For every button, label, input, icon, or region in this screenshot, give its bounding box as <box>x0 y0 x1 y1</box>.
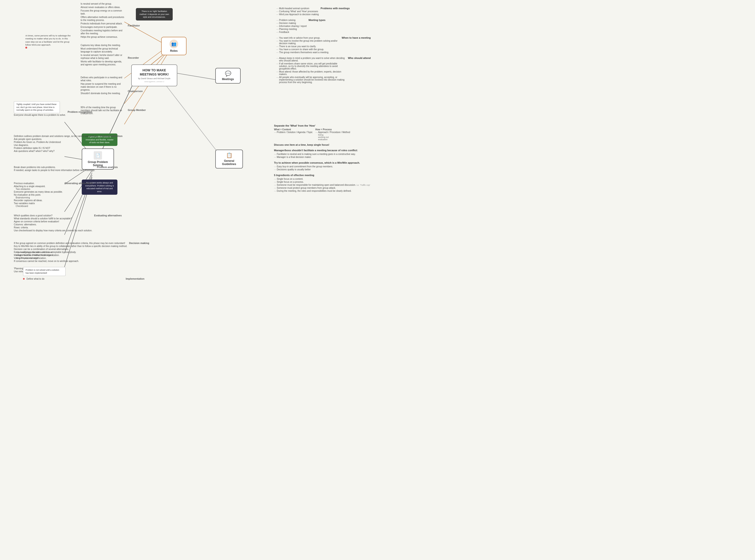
mb-item-2: Manager is a final decision maker. <box>274 156 371 159</box>
how-label: How = Process <box>315 128 350 131</box>
ga-item-5: Two variables matrix <box>14 202 63 205</box>
meetings-node: 💬 Meetings <box>215 68 241 83</box>
implementation-area: Problem is not solved until a solution h… <box>23 267 144 280</box>
tightly-coupled-text: Tightly coupled: Until you have sorted t… <box>16 103 56 111</box>
tightly-coupled-box: Tightly coupled: Until you have sorted t… <box>14 101 60 113</box>
problem-analysis-area: Break down problems into sub-problems. I… <box>14 166 118 172</box>
pd-item-5: Problem definition table IS / IS NOT <box>14 147 98 149</box>
pa-item-1: Break down problems into sub-problems. <box>14 166 95 169</box>
fac-item-5: Protects individuals from personal attac… <box>81 22 127 25</box>
what-col: What = Content Problem / Solution / Agen… <box>274 128 313 141</box>
pd-item-1: Definition outlines problem domain and s… <box>14 135 98 138</box>
dm-item-1: If the group agreed on common problem de… <box>14 242 127 245</box>
wa-items: Always keep in mind a problem you want t… <box>276 57 346 84</box>
ea-item-4: Columns: alternatives. <box>14 223 92 226</box>
central-title: HOW TO MAKE MEETINGS WORK! <box>136 68 173 76</box>
sabotage-text: At times, some persons will try to sabot… <box>25 34 72 46</box>
try-consensus-label: Try to achieve when possible consensus, … <box>274 161 371 164</box>
problem-definition-area: Definition outlines problem domain and s… <box>14 135 122 153</box>
fac-item-6: Encourages everyone to participate. <box>81 25 127 28</box>
how-item-1: Approach / Procedure / Method <box>315 131 350 134</box>
group-member-label: Group Member <box>128 108 146 112</box>
separate-what-how-section: Separate the 'What' from the 'How' What … <box>274 124 371 141</box>
roles-icon: 👥 <box>170 40 178 48</box>
discuss-one-item-label: Discuss one item at a time, keep single … <box>274 143 371 146</box>
ga-item-3: No evaluation at this point. <box>14 193 63 196</box>
meetings-label: Meetings <box>222 78 234 81</box>
meetings-icon: 💬 <box>225 71 231 77</box>
problems-section: Multi-headed animal syndrom Confusing 'W… <box>276 7 371 16</box>
no-right-method-text: There is no 'right' facilitation method.… <box>140 10 169 18</box>
fac-item-4: Offers alternative methods and procedure… <box>81 16 127 22</box>
pd-item-4: Use diagrams. <box>14 144 98 147</box>
wa-item-3: Must attend: those affected by the probl… <box>276 70 346 76</box>
chair-items: Defines who participate in a meeting and… <box>81 76 124 95</box>
mt-item-1: Problem solving <box>276 19 307 22</box>
separate-what-how-label: Separate the 'What' from the 'How' <box>274 124 371 127</box>
fi-item-4: Someone must protect group members from … <box>274 186 371 189</box>
dm-item-3: Decision can be a combination of several… <box>14 248 127 251</box>
pwm-item-3: Win/Lose Approach to decision making <box>276 13 319 16</box>
mt-item-4: Planning meeting <box>276 27 307 31</box>
impl-item-1-row: Define what to do <box>23 277 124 280</box>
ga-item-2: Everyone generates as many ideas as poss… <box>14 191 63 193</box>
manager-boss-section: Manager/boss shouldn't facilitate a meet… <box>274 149 371 159</box>
svg-line-3 <box>166 85 221 157</box>
how-sub-1: listing <box>315 134 350 136</box>
pa-items: Break down problems into sub-problems. I… <box>14 166 95 172</box>
discuss-one-item-section: Discuss one item at a time, keep single … <box>274 143 371 146</box>
chair-item-2: Has power to suspend the meeting and mak… <box>81 82 124 92</box>
gg-icon: 📋 <box>226 152 232 158</box>
when-meeting-label: When to have a meeting <box>342 36 371 39</box>
roles-label: Roles <box>170 49 178 53</box>
generating-alternatives-label: Generating alternatives <box>64 182 93 185</box>
fac-item-8: Helps the group achieve consensus. <box>81 36 127 38</box>
who-attend-section: Always keep in mind a problem you want t… <box>276 57 371 84</box>
facilitator-branch: Is neutral servant of the group. Almost … <box>81 2 127 39</box>
mt-items: Problem solving Decision making Informat… <box>276 19 307 34</box>
when-meeting-section: You want info or advice from your group.… <box>276 36 371 54</box>
pwm-item-2: Confusing 'What' and 'How' processes <box>276 10 319 13</box>
problem-not-solved-text: Problem is not solved until a solution h… <box>25 269 59 274</box>
chair-item-1: Defines who participate in a meeting and… <box>81 76 124 82</box>
ga-item-obs: Precious evaluation. <box>14 182 63 185</box>
ga-obstacles: Two obstacles <box>16 188 63 191</box>
pwm-items: Multi-headed animal syndrom Confusing 'W… <box>276 7 319 16</box>
decision-making-label: Decision making <box>129 242 149 244</box>
ea-item-1: Which qualities does a good solution? <box>14 214 92 217</box>
fi-note: i.e. 'Traffic cop' <box>356 184 370 186</box>
fi-item-1: Single focus on a content. <box>274 178 371 180</box>
impl-items: Define what to do Start implementing Fee… <box>23 277 124 280</box>
website: www.lyghtme | version 2 <box>136 81 173 83</box>
mt-item-3: Information sharing / report <box>276 25 307 27</box>
sabotage-dot <box>25 47 27 48</box>
meeting-types-label: Meeting types <box>309 19 325 21</box>
ga-brainstorm: Brainstorming <box>16 196 63 199</box>
fi-item-3: Someone must be responsible for maintain… <box>274 183 371 186</box>
central-node: HOW TO MAKE MEETINGS WORK! by David Stra… <box>131 64 177 86</box>
fac-item-7: Coordinates meeting logistics before and… <box>81 29 127 35</box>
fi-item-2: Single focus on a process. <box>274 180 371 183</box>
impl-item-1: Define what to do <box>26 277 44 280</box>
dm-item-7: If consensus cannot be reached, move on … <box>14 260 127 263</box>
wm-item-1: You want info or advice from your group. <box>276 36 340 39</box>
problem-analysis-label: Problem analysis <box>97 166 118 168</box>
five-ingredients-section: 5 Ingredients of effective meeting Singl… <box>274 174 371 193</box>
ga-item-4: Recorder captures all ideas. <box>14 199 63 202</box>
pd-item-3: Problem As Given vs. Problem As Understo… <box>14 141 98 144</box>
recorder-items: Captures key ideas during the meeting. M… <box>81 44 124 66</box>
fac-item-2: Almost never evaluates or offers ideas. <box>81 6 127 9</box>
recorder-label: Recorder <box>128 56 139 59</box>
gg-label: General Guidelines <box>219 159 239 166</box>
wm-items: You want info or advice from your group.… <box>276 36 340 54</box>
wm-item-5: The group members themselves want a meet… <box>276 51 340 54</box>
problem-recognition-label: Problem recognition <box>68 111 92 113</box>
rec-item-1: Captures key ideas during the meeting. <box>81 44 124 47</box>
evaluating-alternatives-area: Which qualities does a good solution? Wh… <box>14 214 122 232</box>
meeting-types-section: Problem solving Decision making Informat… <box>276 19 371 34</box>
pd-item-2: Ask people open questions. <box>14 138 98 141</box>
try-consensus-section: Try to achieve when possible consensus, … <box>274 161 371 171</box>
pwm-item-1: Multi-headed animal syndrom <box>276 7 319 10</box>
ea-item-6: Use checkerboard to display how many cri… <box>14 229 92 232</box>
fi-item-5: During the meeting, the roles and respon… <box>274 189 371 193</box>
